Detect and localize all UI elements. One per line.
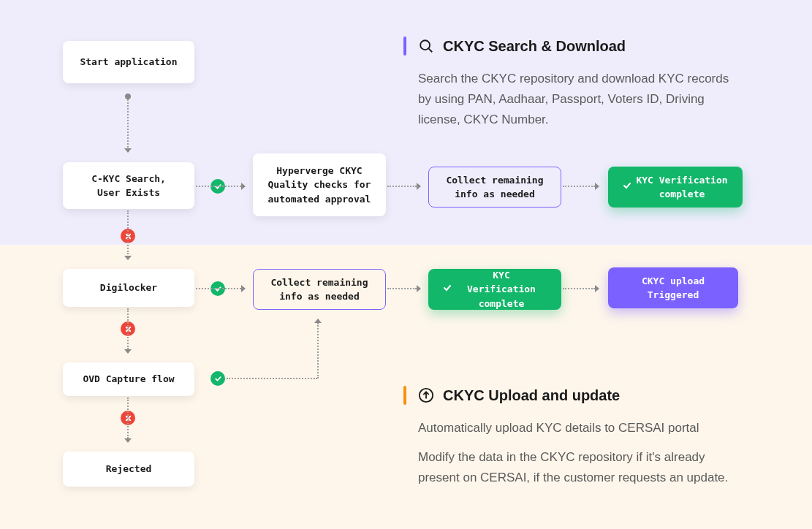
arrow-right-icon bbox=[241, 285, 246, 292]
arrow-right-icon bbox=[417, 285, 421, 292]
connector-line bbox=[317, 323, 319, 378]
connector-line bbox=[387, 186, 417, 187]
connector-line bbox=[196, 288, 241, 289]
node-collect-info-1: Collect remaining info as needed bbox=[428, 167, 561, 208]
connector-line bbox=[127, 99, 129, 148]
node-verification-complete-2: KYC Verification complete bbox=[428, 269, 561, 310]
accent-bar bbox=[403, 386, 406, 405]
section-title: CKYC Upload and update bbox=[443, 387, 620, 404]
node-ckyc-upload: CKYC upload Triggered bbox=[608, 267, 738, 308]
node-verification-complete-1: KYC Verification complete bbox=[608, 167, 743, 208]
info-search-section: CKYC Search & Download Search the CKYC r… bbox=[403, 37, 732, 139]
upload-icon bbox=[418, 387, 434, 403]
arrow-down-icon bbox=[124, 148, 132, 153]
connector-line bbox=[227, 378, 317, 379]
check-icon bbox=[623, 180, 631, 194]
connector-line bbox=[196, 186, 241, 187]
connector-line bbox=[127, 397, 129, 438]
arrow-up-icon bbox=[314, 319, 322, 323]
node-start: Start application bbox=[63, 41, 194, 83]
connector-line bbox=[387, 288, 417, 289]
section-title: CKYC Search & Download bbox=[443, 38, 626, 55]
arrow-right-icon bbox=[595, 183, 599, 190]
node-rejected: Rejected bbox=[63, 452, 194, 487]
arrow-right-icon bbox=[595, 285, 599, 292]
section-body: Automatically upload KYC details to CERS… bbox=[418, 418, 732, 488]
svg-point-0 bbox=[420, 40, 430, 50]
search-icon bbox=[418, 38, 434, 54]
arrow-down-icon bbox=[124, 349, 132, 354]
accent-bar bbox=[403, 37, 406, 56]
node-quality-check: Hyperverge CKYC Quality checks for autom… bbox=[253, 153, 386, 216]
info-upload-section: CKYC Upload and update Automatically upl… bbox=[403, 386, 732, 497]
connector-line bbox=[127, 210, 129, 254]
connector-dot bbox=[125, 94, 131, 99]
node-ovd: OVD Capture flow bbox=[63, 362, 194, 396]
node-ckyc-search: C-KYC Search, User Exists bbox=[63, 162, 194, 209]
section-body: Search the CKYC repository and download … bbox=[418, 69, 732, 130]
connector-line bbox=[563, 288, 595, 289]
node-digilocker: Digilocker bbox=[63, 269, 194, 307]
connector-line bbox=[563, 186, 595, 187]
status-ok-icon bbox=[210, 371, 225, 386]
arrow-down-icon bbox=[124, 438, 132, 443]
arrow-down-icon bbox=[124, 256, 132, 260]
node-collect-info-2: Collect remaining info as needed bbox=[253, 269, 386, 310]
arrow-right-icon bbox=[241, 183, 246, 190]
arrow-right-icon bbox=[417, 183, 421, 190]
connector-line bbox=[127, 308, 129, 349]
check-icon bbox=[443, 282, 452, 297]
